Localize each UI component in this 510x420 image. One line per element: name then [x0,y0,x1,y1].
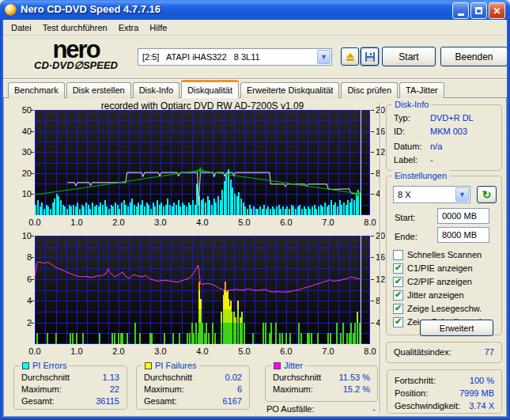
axis-label: 50 [8,105,32,115]
po-failures-row: PO Ausfälle: - [266,404,376,414]
progress-value: 100 % [470,376,494,385]
close-button[interactable]: ✕ [489,2,505,19]
tab-erweiterte-diskqualitaet[interactable]: Erweiterte Diskqualität [240,82,339,98]
speed-value: 3.74 X [469,401,494,411]
po-failures-value: - [372,404,376,414]
checkbox-icon: ✔ [393,250,403,260]
save-icon [365,51,376,62]
axis-label: 8 [8,252,32,262]
progress-label: Fortschritt: [395,376,436,385]
disk-info-group: Disk-Info Typ:DVD+R DL ID:MKM 003 Datum:… [386,104,502,171]
pi-failures-title: PI Failures [155,360,197,371]
pif-jitter-chart-plot: 246810481216200.01.02.03.04.05.06.07.08.… [35,236,370,344]
pi-failures-box: PI Failures Durchschnitt0.02 Maximum:6 G… [136,365,250,410]
checkbox-schnelles-scannen[interactable]: ✔Schnelles Scannen [393,249,482,260]
tab-benchmark[interactable]: Benchmark [8,82,65,98]
axis-label: 40 [8,127,32,136]
axis-label: 3.0 [151,218,170,227]
settings-group: Einstellungen 8 X ▼ ↻ Start: 0000 MB End… [386,176,502,335]
menu-extra[interactable]: Extra [113,21,145,34]
end-mb-field[interactable]: 8000 MB [437,227,489,243]
disk-id-label: ID: [394,127,430,136]
panel-separator [380,103,381,413]
axis-label: 8.0 [361,218,380,227]
nero-logo-text: nero [16,39,136,60]
checkbox-icon: ✔ [393,290,403,301]
minimize-button[interactable] [452,2,469,19]
axis-label: 20 [8,168,32,178]
refresh-icon: ↻ [482,188,492,201]
jitter-title: Jitter [284,360,303,371]
maximize-button[interactable] [470,2,487,19]
chevron-down-icon[interactable]: ▼ [317,50,331,64]
axis-label: 4.0 [193,346,212,356]
axis-label: 5.0 [235,346,254,356]
checkbox-icon: ✔ [393,263,403,274]
position-value: 7999 MB [459,388,494,398]
axis-label: 4.0 [193,218,212,227]
axis-label: 4 [8,296,32,305]
position-label: Position: [395,388,428,398]
quit-button[interactable]: Beenden [440,47,508,66]
axis-label: 0.0 [25,218,44,227]
axis-label: 2 [8,318,32,327]
checkbox-icon: ✔ [393,277,403,287]
pie-chart-plot: 1020304050481216200.01.02.03.04.05.06.07… [35,110,370,215]
pi-errors-box: PI Errors Durchschnitt1.13 Maximum:22 Ge… [13,365,127,410]
axis-label: 6.0 [277,346,296,356]
tab-diskqualitaet[interactable]: Diskqualität [181,80,239,98]
eject-button[interactable] [341,47,359,66]
axis-label: 10 [8,189,32,199]
tab-disc-pruefen[interactable]: Disc prüfen [341,82,398,98]
axis-label: 0.0 [25,346,44,356]
disk-type-value: DVD+R DL [430,113,474,123]
save-button[interactable] [361,47,379,66]
start-mb-field[interactable]: 0000 MB [437,208,489,224]
axis-label: 1.0 [67,218,86,227]
toolbar: nero CD·DVD∅SPEED [2:5] ATAPI iHAS322 8 … [3,36,507,79]
pif-legend-swatch [145,362,152,369]
progress-box: Fortschritt:100 % Position:7999 MB Gesch… [387,369,502,414]
axis-label: 1.0 [67,346,86,356]
checkbox-c1-pie[interactable]: ✔C1/PIE anzeigen [393,263,473,274]
speed-label: Geschwindigkeit: [395,401,460,411]
checkbox-lesegeschw[interactable]: ✔Zeige Lesegeschw. [393,303,482,314]
disk-type-label: Typ: [394,113,430,123]
refresh-button[interactable]: ↻ [477,186,497,203]
tab-ta-jitter[interactable]: TA-Jitter [399,82,444,98]
checkbox-icon: ✔ [393,317,403,327]
axis-label: 5.0 [235,218,254,227]
tab-disk-erstellen[interactable]: Disk erstellen [66,82,131,98]
quality-index-label: Qualitätsindex: [394,347,451,357]
window-border-bottom [0,417,510,420]
axis-label: 10 [8,231,32,240]
speed-select-value: 8 X [394,190,455,199]
title-bar[interactable]: Nero CD-DVD Speed 4.7.7.16 [0,0,510,20]
eject-icon [346,53,354,58]
minimize-icon [458,13,464,16]
axis-label: 7.0 [319,346,338,356]
checkbox-jitter[interactable]: ✔Jitter anzeigen [393,289,464,301]
axis-label: 8.0 [361,346,380,356]
axis-label: 6.0 [277,218,296,227]
po-failures-label: PO Ausfälle: [266,404,315,414]
menu-test-durchfuehren[interactable]: Test durchführen [37,21,113,34]
menu-datei[interactable]: Datei [6,21,37,34]
start-button[interactable]: Start [382,47,436,66]
chevron-down-icon[interactable]: ▼ [455,187,469,202]
tab-bar: Benchmark Disk erstellen Disk-Info Diskq… [8,80,446,98]
jitter-box: Jitter Durchschnitt11.53 % Maximum:15.2 … [265,365,378,402]
cdspeed-logo-text: CD·DVD∅SPEED [16,60,136,70]
close-icon: ✕ [493,6,501,17]
settings-title: Einstellungen [392,170,449,181]
menu-hilfe[interactable]: Hilfe [144,21,172,34]
speed-select[interactable]: 8 X ▼ [393,186,470,203]
checkbox-c2-pif[interactable]: ✔C2/PIF anzeigen [393,276,472,287]
quality-index-value: 77 [485,347,494,357]
checkbox-icon: ✔ [393,304,403,314]
advanced-button[interactable]: Erweitert [420,320,493,336]
axis-label: 6 [8,274,32,284]
start-mb-label: Start: [395,213,415,222]
drive-select[interactable]: [2:5] ATAPI iHAS322 8 3L11 ▼ [138,48,332,66]
tab-disk-info[interactable]: Disk-Info [133,82,179,98]
